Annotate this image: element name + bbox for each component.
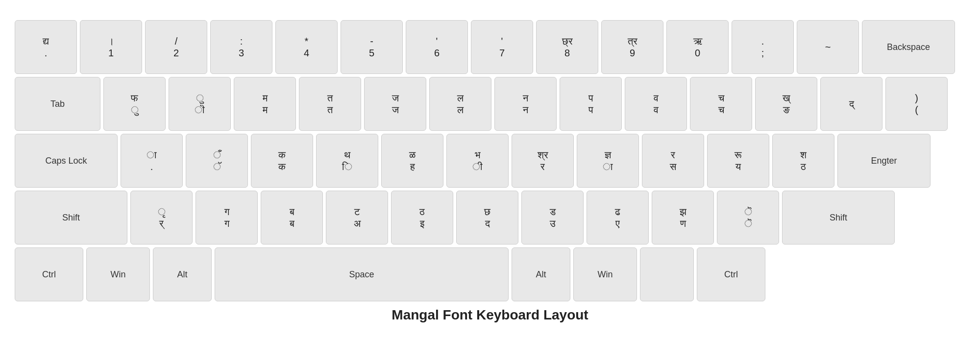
key-lwin[interactable]: Win [86,247,150,301]
key-top-4: * [305,35,309,47]
key-top-f: थ [344,149,350,161]
key-2[interactable]: /2 [145,20,207,74]
key-bottom-n: द [485,218,490,229]
key-c[interactable]: बब [261,191,323,245]
key-lalt[interactable]: Alt [153,247,212,301]
key-g[interactable]: ळह [381,134,443,188]
key-t[interactable]: जज [364,77,426,131]
key-h[interactable]: भी [446,134,509,188]
key-bottom-8: 8 [564,47,570,59]
key-3[interactable]: :3 [210,20,272,74]
key-top-comma: ढ [615,206,620,218]
key-x[interactable]: गग [196,191,258,245]
key-1[interactable]: ।1 [80,20,142,74]
key-bottom-k: ा [603,161,613,172]
key-minus[interactable]: .; [732,20,794,74]
key-top-5: - [370,35,373,47]
key-l[interactable]: रस [642,134,704,188]
key-ralt[interactable]: Alt [512,247,570,301]
key-top-c: ब [290,206,294,218]
key-quote[interactable]: शठ [772,134,834,188]
key-bottom-c: ब [290,218,294,229]
key-semicolon[interactable]: रूय [707,134,769,188]
key-b[interactable]: ठइ [391,191,453,245]
key-top-i: प [588,92,593,104]
key-q[interactable]: फु [103,77,166,131]
key-n[interactable]: छद [456,191,518,245]
key-top-q: फ [131,92,138,104]
key-bottom-4: 4 [304,47,309,59]
key-bottom-z: र् [159,218,164,229]
key-bottom-j: र [540,161,545,172]
key-o[interactable]: वव [625,77,687,131]
key-6[interactable]: '6 [406,20,468,74]
key-w[interactable]: ुॊ [169,77,231,131]
key-label-lwin: Win [111,270,126,280]
key-top-r: त [327,92,333,104]
key-top-0: ऋ [693,35,702,47]
key-4[interactable]: *4 [275,20,338,74]
key-tab[interactable]: Tab [15,77,100,131]
key-label-backspace: Backspace [887,42,930,52]
key-bottom-b: इ [420,218,424,229]
key-8[interactable]: छ्र8 [536,20,598,74]
key-m[interactable]: डउ [521,191,584,245]
key-fn[interactable] [640,247,694,301]
key-bottom-quote: ठ [801,161,806,172]
key-top-semicolon: रू [735,149,742,161]
key-bottom-7: 7 [499,47,505,59]
key-u[interactable]: नन [494,77,557,131]
key-lbracket[interactable]: ख्ङ [755,77,817,131]
key-backslash[interactable]: )( [885,77,948,131]
key-enter[interactable]: Engter [837,134,931,188]
key-rctrl[interactable]: Ctrl [697,247,765,301]
key-backspace[interactable]: Backspace [862,20,955,74]
key-z[interactable]: ृर् [130,191,193,245]
key-e[interactable]: मम [234,77,296,131]
key-a[interactable]: ा. [121,134,183,188]
key-top-minus: . [761,35,764,47]
key-k[interactable]: ज्ञा [577,134,639,188]
key-bottom-5: 5 [369,47,374,59]
key-f[interactable]: थि [316,134,378,188]
key-slash[interactable]: ॆॆ [717,191,779,245]
key-space[interactable]: Space [215,247,509,301]
key-top-7: ' [501,35,503,47]
key-v[interactable]: टअ [326,191,388,245]
key-bottom-period: ण [680,218,686,229]
key-capslock[interactable]: Caps Lock [15,134,118,188]
key-d[interactable]: कक [251,134,313,188]
key-label-lctrl: Ctrl [42,270,56,280]
key-equals[interactable]: ~ [797,20,859,74]
key-s[interactable]: ँॅ [186,134,248,188]
key-label-rctrl: Ctrl [724,270,738,280]
key-label-tab: Tab [50,99,65,109]
key-rshift[interactable]: Shift [782,191,895,245]
key-top-equals: ~ [825,41,831,53]
key-p[interactable]: चच [690,77,752,131]
key-lctrl[interactable]: Ctrl [15,247,83,301]
key-bottom-d: क [278,161,286,172]
key-7[interactable]: '7 [471,20,533,74]
key-bottom-3: 3 [239,47,244,59]
key-top-backslash: ) [915,92,918,104]
key-rwin[interactable]: Win [573,247,637,301]
key-9[interactable]: त्र9 [601,20,663,74]
key-0[interactable]: ऋ0 [666,20,729,74]
key-5[interactable]: -5 [341,20,403,74]
key-comma[interactable]: ढए [587,191,649,245]
key-label-capslock: Caps Lock [45,156,87,166]
key-period[interactable]: झण [652,191,714,245]
key-i[interactable]: पप [560,77,622,131]
key-bottom-6: 6 [434,47,440,59]
key-y[interactable]: लल [429,77,491,131]
key-backtick[interactable]: द्य. [15,20,77,74]
key-top-p: च [718,92,724,104]
key-r[interactable]: तत [299,77,361,131]
key-lshift[interactable]: Shift [15,191,127,245]
key-bottom-e: म [263,104,268,116]
key-j[interactable]: श्रर [512,134,574,188]
key-rbracket[interactable]: द् [820,77,882,131]
key-top-9: त्र [628,35,637,47]
key-top-rbracket: द् [849,98,854,110]
